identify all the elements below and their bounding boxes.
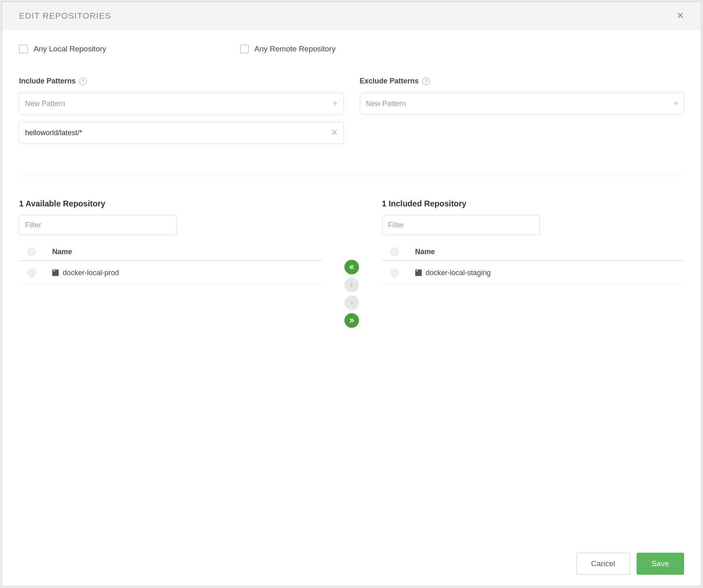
cancel-button[interactable]: Cancel xyxy=(576,553,630,575)
plus-icon[interactable]: + xyxy=(673,99,678,108)
include-patterns-text: Include Patterns xyxy=(19,77,76,85)
exclude-new-pattern-input[interactable] xyxy=(360,93,684,115)
plus-icon[interactable]: + xyxy=(333,99,338,108)
include-patterns-column: Include Patterns ? + ✕ xyxy=(19,77,344,151)
exclude-patterns-column: Exclude Patterns ? + xyxy=(360,77,684,151)
exclude-patterns-label: Exclude Patterns ? xyxy=(360,77,684,85)
included-list-item[interactable]: docker-local-staging xyxy=(382,261,684,285)
close-icon[interactable]: ✕ xyxy=(677,11,684,20)
transfer-controls xyxy=(321,199,382,328)
move-right-button[interactable] xyxy=(344,295,359,310)
any-remote-label: Any Remote Repository xyxy=(255,45,336,53)
exclude-patterns-text: Exclude Patterns xyxy=(360,77,419,85)
transfer-row: 1 Available Repository Name docker-local… xyxy=(19,199,684,328)
available-filter-input[interactable] xyxy=(19,215,177,235)
select-item-icon[interactable] xyxy=(27,268,36,277)
include-pattern-item: ✕ xyxy=(19,122,344,144)
move-left-button[interactable] xyxy=(344,278,359,292)
divider xyxy=(19,175,684,176)
repo-icon xyxy=(52,270,59,276)
available-title: 1 Available Repository xyxy=(19,199,321,208)
any-local-label: Any Local Repository xyxy=(34,45,106,53)
checkbox-row: Any Local Repository Any Remote Reposito… xyxy=(19,45,684,53)
modal-body: Any Local Repository Any Remote Reposito… xyxy=(2,30,701,541)
available-name-column: Name xyxy=(52,248,72,256)
help-icon[interactable]: ? xyxy=(79,77,87,85)
help-icon[interactable]: ? xyxy=(422,77,430,85)
exclude-new-pattern-wrap: + xyxy=(360,93,684,115)
included-list-header: Name xyxy=(382,243,684,261)
any-local-checkbox-group: Any Local Repository xyxy=(19,45,106,53)
available-list-header: Name xyxy=(19,243,321,261)
patterns-row: Include Patterns ? + ✕ Exclude Patterns … xyxy=(19,77,684,151)
modal-header: EDIT REPOSITORIES ✕ xyxy=(2,2,701,30)
any-remote-checkbox[interactable] xyxy=(240,45,249,53)
available-list-item[interactable]: docker-local-prod xyxy=(19,261,321,285)
include-new-pattern-input[interactable] xyxy=(19,93,344,115)
edit-repositories-modal: EDIT REPOSITORIES ✕ Any Local Repository… xyxy=(2,2,701,586)
select-item-icon[interactable] xyxy=(390,268,399,277)
included-title: 1 Included Repository xyxy=(382,199,684,208)
select-all-icon[interactable] xyxy=(390,247,399,256)
save-button[interactable]: Save xyxy=(637,553,684,575)
included-name-column: Name xyxy=(415,248,435,256)
close-icon[interactable]: ✕ xyxy=(331,128,338,137)
included-filter-input[interactable] xyxy=(382,215,540,235)
included-column: 1 Included Repository Name docker-local-… xyxy=(382,199,684,285)
modal-footer: Cancel Save xyxy=(2,541,701,586)
move-all-right-button[interactable] xyxy=(344,313,359,328)
any-local-checkbox[interactable] xyxy=(19,45,28,53)
include-new-pattern-wrap: + xyxy=(19,93,344,115)
available-item-name: docker-local-prod xyxy=(63,269,119,277)
select-all-icon[interactable] xyxy=(27,247,36,256)
any-remote-checkbox-group: Any Remote Repository xyxy=(240,45,336,53)
available-column: 1 Available Repository Name docker-local… xyxy=(19,199,321,285)
include-patterns-label: Include Patterns ? xyxy=(19,77,344,85)
include-pattern-value[interactable] xyxy=(19,122,344,144)
repo-icon xyxy=(415,270,422,276)
modal-title: EDIT REPOSITORIES xyxy=(19,11,111,21)
included-item-name: docker-local-staging xyxy=(426,269,491,277)
move-all-left-button[interactable] xyxy=(344,260,359,274)
